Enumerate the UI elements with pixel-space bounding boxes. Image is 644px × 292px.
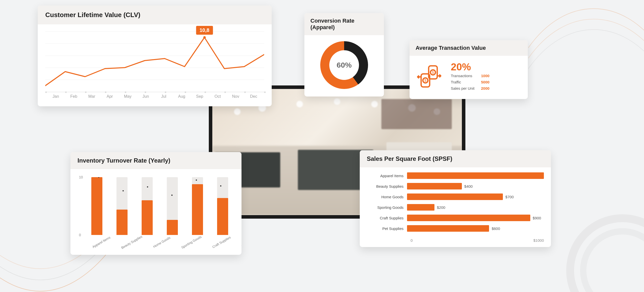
decorative-ribbon: [528, 0, 644, 111]
inventory-plot: 10 0: [87, 177, 233, 235]
spsf-row: Apparel Items: [367, 170, 544, 181]
spsf-rows: Apparel ItemsBeauty Supplies$400Home Goo…: [360, 167, 551, 236]
svg-point-13: [220, 185, 221, 186]
clv-title: Customer Lifetime Value (CLV): [38, 6, 272, 24]
spsf-card: Sales Per Square Foot (SPSF) Apparel Ite…: [360, 150, 551, 247]
clv-x-axis: JanFebMarAprMayJunJulAugSepOctNovDec: [45, 94, 264, 99]
spsf-title: Sales Per Square Foot (SPSF): [360, 150, 551, 167]
clv-highlight-dot: [203, 36, 206, 39]
svg-point-11: [171, 194, 173, 196]
clv-tooltip: 10,8: [196, 26, 213, 35]
inventory-title: Inventory Turnover Rate (Yearly): [70, 152, 242, 169]
spsf-row: Home Goods$700: [367, 191, 544, 202]
atv-title: Average Transaction Value: [410, 40, 528, 56]
atv-card: Average Transaction Value $ $ 20% Transa…: [410, 40, 528, 99]
conversion-title: Conversion Rate (Apparel): [304, 13, 384, 35]
conversion-donut: 60%: [320, 41, 368, 89]
svg-point-1: [583, 231, 644, 292]
spsf-x-axis: 0$1000: [360, 236, 551, 247]
spsf-row: Pet Supplies$600: [367, 223, 544, 234]
inventory-card: Inventory Turnover Rate (Yearly) 10 0 Ap…: [70, 152, 242, 255]
inventory-x-axis: Apparel ItemsBeauty SuppliesHome GoodsSp…: [78, 235, 234, 244]
transaction-icon: $ $: [417, 64, 442, 89]
clv-card: Customer Lifetime Value (CLV) 10,8 JanFe…: [38, 6, 272, 106]
svg-point-12: [196, 179, 197, 181]
atv-headline: 20%: [451, 61, 490, 73]
svg-point-0: [570, 218, 644, 292]
spsf-row: Sporting Goods$200: [367, 202, 544, 213]
svg-point-10: [147, 186, 148, 187]
clv-plot: 10,8: [45, 31, 264, 92]
svg-point-9: [123, 190, 124, 191]
conversion-value: 60%: [337, 61, 352, 69]
atv-metrics: Transactions1000 Traffic5000 Sales per U…: [451, 73, 490, 91]
svg-point-8: [98, 177, 99, 178]
svg-text:$: $: [424, 78, 426, 82]
spsf-row: Beauty Supplies$400: [367, 181, 544, 191]
svg-text:$: $: [432, 70, 434, 74]
conversion-card: Conversion Rate (Apparel) 60%: [304, 13, 384, 96]
spsf-row: Craft Supplies$900: [367, 213, 544, 223]
